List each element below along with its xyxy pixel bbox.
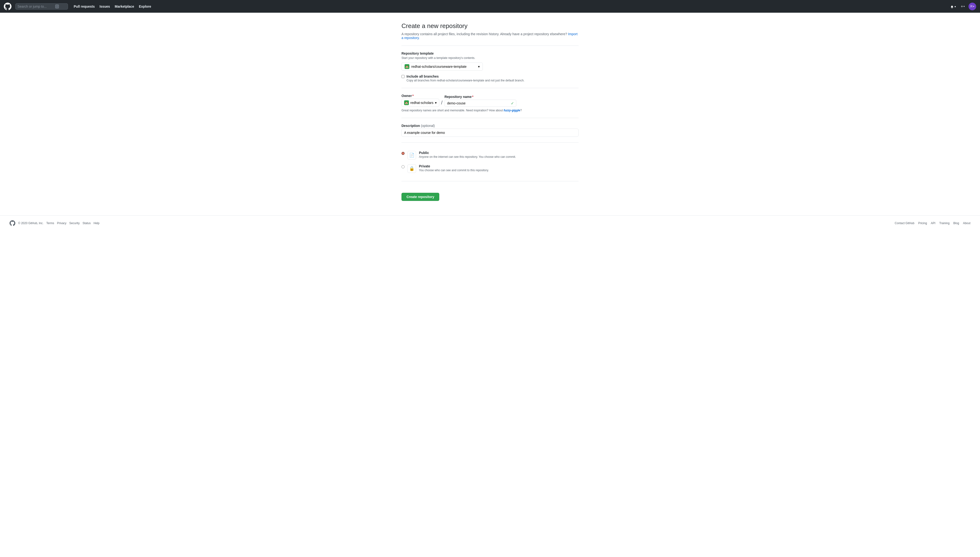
private-text: Private You choose who can see and commi…	[419, 164, 489, 172]
lock-icon: 🔒	[409, 166, 414, 171]
private-option: 🔒 Private You choose who can see and com…	[401, 162, 579, 175]
owner-icon: 🏫	[404, 100, 409, 105]
include-branches-row: Include all branches Copy all branches f…	[401, 75, 579, 82]
footer-status[interactable]: Status	[83, 221, 91, 225]
main-content: Create a new repository A repository con…	[397, 13, 583, 215]
private-icon: 🔒	[407, 164, 416, 173]
description-optional: (optional)	[421, 124, 435, 128]
bell-icon	[950, 5, 954, 8]
nav-links: Pull requests Issues Marketplace Explore	[72, 3, 153, 10]
search-input[interactable]	[18, 5, 54, 8]
visibility-section: 📄 Public Anyone on the internet can see …	[401, 148, 579, 175]
description-label: Description (optional)	[401, 124, 579, 128]
template-dropdown[interactable]: 🏫 redhat-scholars/courseware-template ▾	[401, 62, 483, 71]
plus-icon: +	[961, 4, 963, 9]
nav-explore[interactable]: Explore	[137, 3, 153, 10]
slash-key-badge: /	[55, 5, 59, 8]
footer-privacy[interactable]: Privacy	[57, 221, 66, 225]
template-value: redhat-scholars/courseware-template	[411, 65, 467, 68]
footer-copyright: © 2020 GitHub, Inc.	[18, 221, 44, 225]
book-icon: 📄	[409, 153, 414, 158]
footer-terms[interactable]: Terms	[46, 221, 54, 225]
nav-issues[interactable]: Issues	[97, 3, 112, 10]
private-desc: You choose who can see and commit to thi…	[419, 169, 489, 172]
include-branches-desc: Copy all branches from redhat-scholars/c…	[407, 79, 524, 82]
public-icon: 📄	[407, 151, 416, 160]
footer-api[interactable]: API	[931, 221, 935, 225]
private-radio[interactable]	[401, 165, 405, 168]
footer-contact[interactable]: Contact GitHub	[895, 221, 914, 225]
private-title[interactable]: Private	[419, 164, 430, 168]
template-section: Repository template Start your repositor…	[401, 52, 579, 82]
suggestion-link[interactable]: fuzzy-giggle	[504, 109, 520, 112]
owner-repo-row: Owner* 🏫 redhat-scholars ▾ / Repository …	[401, 94, 579, 107]
new-item-button[interactable]: + ▾	[960, 3, 965, 10]
github-logo[interactable]	[4, 3, 11, 10]
footer-training[interactable]: Training	[939, 221, 950, 225]
footer-pricing[interactable]: Pricing	[918, 221, 927, 225]
divider-5	[401, 181, 579, 181]
public-desc: Anyone on the internet can see this repo…	[419, 155, 516, 158]
template-desc: Start your repository with a template re…	[401, 56, 579, 60]
owner-value: redhat-scholars	[410, 101, 433, 105]
navbar: / Pull requests Issues Marketplace Explo…	[0, 0, 980, 13]
nav-pull-requests[interactable]: Pull requests	[72, 3, 97, 10]
public-option: 📄 Public Anyone on the internet can see …	[401, 148, 579, 162]
page-title: Create a new repository	[401, 22, 579, 30]
repo-name-wrapper: ✓	[445, 99, 516, 107]
include-branches-label[interactable]: Include all branches	[407, 75, 439, 78]
divider-3	[401, 118, 579, 118]
public-text: Public Anyone on the internet can see th…	[419, 151, 516, 158]
nav-marketplace[interactable]: Marketplace	[113, 3, 136, 10]
footer-blog[interactable]: Blog	[954, 221, 959, 225]
divider-4	[401, 142, 579, 143]
dropdown-chevron-icon: ▾	[478, 65, 480, 68]
divider-1	[401, 46, 579, 46]
nav-right: ● + ▾ R ▾	[949, 3, 976, 10]
create-repository-button[interactable]: Create repository	[401, 193, 439, 201]
slash-separator: /	[441, 99, 443, 107]
include-branches-text: Include all branches Copy all branches f…	[407, 75, 524, 82]
subtitle: A repository contains all project files,…	[401, 32, 579, 40]
chevron-down-icon: ▾	[964, 5, 965, 8]
search-box[interactable]: /	[15, 3, 68, 10]
notification-dot: ●	[954, 5, 956, 8]
template-label: Repository template	[401, 52, 579, 55]
include-branches-checkbox[interactable]	[401, 75, 405, 78]
footer-security[interactable]: Security	[70, 221, 80, 225]
check-icon: ✓	[511, 101, 514, 106]
footer-left: © 2020 GitHub, Inc. Terms Privacy Securi…	[10, 220, 99, 226]
owner-dropdown[interactable]: 🏫 redhat-scholars ▾	[401, 99, 439, 107]
avatar-label: R	[970, 5, 973, 8]
description-section: Description (optional)	[401, 124, 579, 137]
suggestion-text: Great repository names are short and mem…	[401, 109, 579, 112]
footer: © 2020 GitHub, Inc. Terms Privacy Securi…	[0, 215, 980, 231]
description-input[interactable]	[401, 129, 579, 137]
owner-field-group: Owner* 🏫 redhat-scholars ▾	[401, 94, 439, 107]
public-radio[interactable]	[401, 152, 405, 155]
github-logo-icon	[4, 3, 11, 10]
footer-github-logo-icon	[10, 220, 15, 226]
public-title[interactable]: Public	[419, 151, 429, 155]
footer-about[interactable]: About	[963, 221, 970, 225]
repo-required: *	[472, 95, 473, 99]
avatar-chevron: ▾	[973, 5, 974, 8]
footer-right: Contact GitHub Pricing API Training Blog…	[895, 221, 970, 225]
repo-name-input[interactable]	[445, 99, 516, 107]
footer-help[interactable]: Help	[94, 221, 99, 225]
notifications-button[interactable]: ●	[949, 3, 957, 9]
avatar[interactable]: R ▾	[969, 3, 976, 10]
owner-required: *	[412, 94, 414, 98]
template-icon: 🏫	[405, 64, 409, 69]
owner-chevron-icon: ▾	[435, 101, 436, 105]
template-left: 🏫 redhat-scholars/courseware-template	[405, 64, 467, 69]
repo-name-field-group: Repository name* ✓	[445, 95, 516, 107]
repo-name-label: Repository name*	[445, 95, 516, 99]
owner-label: Owner*	[401, 94, 439, 98]
